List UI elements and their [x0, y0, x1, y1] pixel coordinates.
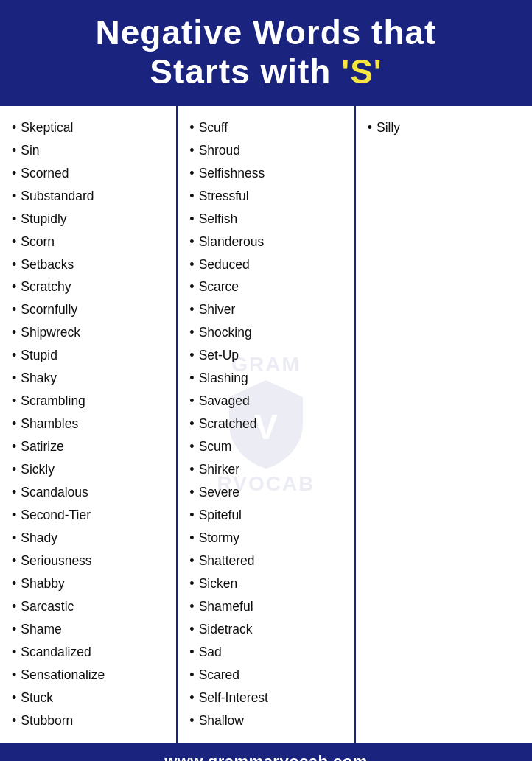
page-title: Negative Words that Starts with 'S'	[15, 13, 517, 91]
list-item: Shallow	[189, 709, 348, 732]
list-item: Scorn	[12, 231, 170, 253]
list-item: Seduced	[189, 253, 348, 276]
list-item: Stressful	[189, 185, 348, 208]
list-item: Spiteful	[189, 504, 348, 527]
list-item: Shirker	[189, 458, 348, 481]
list-item: Sidetrack	[189, 618, 348, 641]
list-item: Stormy	[189, 527, 348, 550]
list-item: Severe	[189, 481, 348, 504]
list-item: Sarcastic	[12, 595, 170, 618]
list-item: Self-Interest	[189, 687, 348, 709]
list-item: Scornfully	[12, 298, 170, 321]
footer-url: www.grammarvocab.com	[164, 752, 368, 761]
page-footer: www.grammarvocab.com	[0, 743, 532, 761]
list-item: Stupid	[12, 344, 170, 367]
list-item: Stubborn	[12, 709, 170, 732]
list-item: Skeptical	[12, 116, 170, 139]
word-list-1: Skeptical Sin Scorned Substandard Stupid…	[12, 116, 170, 732]
list-item: Scandalous	[12, 481, 170, 504]
list-item: Second-Tier	[12, 504, 170, 527]
list-item: Shame	[12, 618, 170, 641]
word-list-3: Silly	[368, 116, 526, 139]
content-area: GRAM V RVOCAB Skeptical Sin Scorned Subs…	[0, 106, 532, 743]
list-item: Slashing	[189, 367, 348, 390]
list-item: Selfishness	[189, 162, 348, 185]
list-item: Shaky	[12, 367, 170, 390]
list-item: Scandalized	[12, 641, 170, 664]
list-item: Shiver	[189, 298, 348, 321]
list-item: Sicken	[189, 572, 348, 595]
title-highlight: 'S'	[341, 52, 382, 91]
list-item: Shroud	[189, 139, 348, 162]
column-2: Scuff Shroud Selfishness Stressful Selfi…	[178, 106, 355, 743]
list-item: Shattered	[189, 550, 348, 572]
list-item: Scared	[189, 664, 348, 687]
column-3: Silly	[356, 106, 532, 743]
list-item: Satirize	[12, 435, 170, 458]
list-item: Sickly	[12, 458, 170, 481]
list-item: Silly	[368, 116, 526, 139]
list-item: Selfish	[189, 208, 348, 231]
list-item: Scratchy	[12, 276, 170, 298]
list-item: Savaged	[189, 390, 348, 413]
title-line1: Negative Words that	[96, 13, 437, 52]
list-item: Substandard	[12, 185, 170, 208]
list-item: Sensationalize	[12, 664, 170, 687]
list-item: Scrambling	[12, 390, 170, 413]
column-1: Skeptical Sin Scorned Substandard Stupid…	[0, 106, 178, 743]
word-list-2: Scuff Shroud Selfishness Stressful Selfi…	[189, 116, 348, 732]
list-item: Shady	[12, 527, 170, 550]
list-item: Setbacks	[12, 253, 170, 276]
page-header: Negative Words that Starts with 'S'	[0, 0, 532, 106]
list-item: Shipwreck	[12, 321, 170, 344]
list-item: Sin	[12, 139, 170, 162]
list-item: Scum	[189, 435, 348, 458]
list-item: Stupidly	[12, 208, 170, 231]
list-item: Sad	[189, 641, 348, 664]
list-item: Seriousness	[12, 550, 170, 572]
list-item: Shocking	[189, 321, 348, 344]
list-item: Shameful	[189, 595, 348, 618]
list-item: Shambles	[12, 413, 170, 435]
list-item: Scratched	[189, 413, 348, 435]
list-item: Shabby	[12, 572, 170, 595]
list-item: Scuff	[189, 116, 348, 139]
list-item: Stuck	[12, 687, 170, 709]
list-item: Set-Up	[189, 344, 348, 367]
list-item: Scarce	[189, 276, 348, 298]
list-item: Slanderous	[189, 231, 348, 253]
title-line2: Starts with	[150, 52, 341, 91]
list-item: Scorned	[12, 162, 170, 185]
